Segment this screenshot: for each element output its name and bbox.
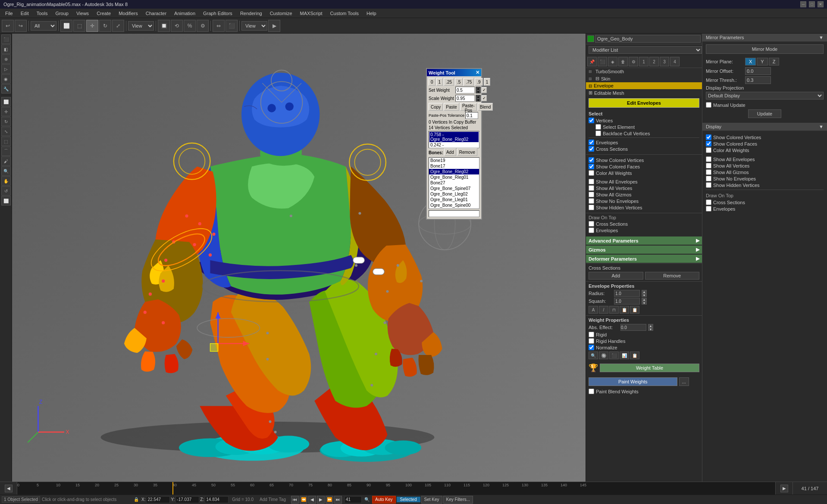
select-tool[interactable]: ⬜	[1, 97, 11, 106]
modifier-set-btn-3[interactable]: 3	[660, 57, 669, 66]
menu-graph-editors[interactable]: Graph Editors	[200, 10, 236, 17]
bone-Spine01[interactable]: Ogre_Bone_Spine01	[429, 208, 479, 209]
rotate-button[interactable]: ↻	[99, 20, 111, 32]
pan-tool[interactable]: ✋	[1, 176, 11, 186]
render-button[interactable]: ▶	[268, 20, 280, 32]
bones-list[interactable]: Bone19 Bone17 Ogre_Bone_Rleg02 Ogre_Bone…	[429, 157, 479, 209]
z-coord-input[interactable]	[205, 496, 229, 503]
deformer-params-header[interactable]: Deformer Parameters ▶	[586, 255, 702, 263]
rigid-handles-checkbox[interactable]	[589, 338, 594, 344]
pin-stack-btn[interactable]: 📌	[587, 57, 597, 66]
radius-up[interactable]: ▲	[642, 290, 647, 293]
set-weight-down[interactable]: ▼	[476, 90, 481, 93]
set-weight-apply[interactable]: ✓	[482, 87, 487, 93]
modifier-editable-mesh[interactable]: ⊞ Editable Mesh	[586, 89, 702, 96]
modifier-set-btn-4[interactable]: 4	[670, 57, 680, 66]
mirror-plane-z[interactable]: Z	[769, 58, 780, 65]
bone-Rleg02[interactable]: Ogre_Bone_Rleg02	[429, 169, 479, 174]
copy-button[interactable]: Copy	[429, 103, 443, 111]
x-coord-input[interactable]	[146, 496, 170, 503]
far-show-all-envelopes-cb[interactable]	[706, 156, 711, 162]
color-all-weights-cb[interactable]	[589, 170, 594, 176]
bone-search-input[interactable]	[429, 210, 479, 217]
angle-snap[interactable]: ⟲	[171, 20, 183, 32]
far-show-all-gizmos-cb[interactable]	[706, 169, 711, 175]
squash-down[interactable]: ▼	[642, 301, 647, 305]
dot-cross-sections-cb[interactable]	[589, 221, 594, 227]
selected-key-button[interactable]: Selected	[397, 497, 420, 502]
object-name-input[interactable]	[595, 35, 701, 43]
select-button[interactable]: ⬜	[60, 20, 72, 32]
weight-icon-4[interactable]: 📊	[620, 352, 629, 359]
view-dropdown[interactable]: View	[128, 21, 154, 31]
timeline-track[interactable]: 0 5 10 15 20 25 30 35 40 45 50 55 60 65 …	[17, 482, 775, 495]
viewport[interactable]: Perspective/Disabled	[12, 34, 586, 482]
cross-sections-add-btn[interactable]: Add	[589, 272, 643, 280]
show-all-vertices-cb[interactable]	[589, 185, 594, 191]
show-end-result-btn[interactable]: ⬛	[598, 57, 607, 66]
menu-customize[interactable]: Customize	[266, 10, 296, 17]
snap-toggle[interactable]: 🔲	[158, 20, 170, 32]
weight-1-btn[interactable]: 1	[436, 78, 443, 86]
far-show-all-vertices-cb[interactable]	[706, 163, 711, 168]
menu-tools[interactable]: Tools	[33, 10, 51, 17]
menu-modifiers[interactable]: Modifiers	[115, 10, 141, 17]
display-projection-select[interactable]: Default Display	[706, 92, 824, 100]
rotate-tool[interactable]: ↻	[1, 117, 11, 126]
bone-weights-list[interactable]: 0.758 - Ogre_Bone_Rleg02 0.242 - Ogre_Bo…	[429, 131, 479, 148]
menu-create[interactable]: Create	[93, 10, 114, 17]
weight-icon-5[interactable]: 📋	[630, 352, 639, 359]
weight-icon-3[interactable]: ⬛	[609, 352, 619, 359]
rigid-checkbox[interactable]	[589, 332, 594, 337]
zoom-timeline-icon[interactable]: 🔍	[364, 497, 370, 502]
env-mode-c[interactable]: ⊓	[609, 306, 619, 314]
frame-input[interactable]	[345, 496, 362, 503]
scale-tool[interactable]: ⤡	[1, 127, 11, 136]
scale-weight-down[interactable]: ▼	[476, 98, 481, 102]
bone-Rleg01[interactable]: Ogre_Bone_Rleg01	[429, 174, 479, 180]
bone-Bone19[interactable]: Bone19	[429, 158, 479, 163]
squash-input[interactable]	[614, 298, 640, 305]
paste-pos-button[interactable]: Paste-Pos	[460, 103, 477, 111]
editable-mesh-expand[interactable]: ⊞	[589, 90, 592, 96]
menu-maxscript[interactable]: MAXScript	[297, 10, 326, 17]
modifier-envelope[interactable]: ⊟ Envelope	[586, 82, 702, 89]
configure-modifier-sets-btn[interactable]: ⚙	[629, 57, 638, 66]
set-weight-up[interactable]: ▲	[476, 87, 481, 90]
move-button[interactable]: ✛	[86, 20, 98, 32]
bones-add-btn[interactable]: Add	[444, 148, 456, 156]
mirror-plane-x[interactable]: X	[745, 58, 756, 65]
weight-75-btn[interactable]: .75	[464, 78, 474, 86]
abs-down[interactable]: ▼	[648, 327, 653, 331]
weight-table-button[interactable]: Weight Table	[600, 364, 699, 372]
utility-tab[interactable]: 🔧	[1, 84, 11, 93]
scale-weight-apply[interactable]: ✓	[482, 95, 487, 101]
edit-envelopes-button[interactable]: Edit Envelopes	[589, 98, 699, 108]
modify-tab[interactable]: ◧	[1, 44, 11, 54]
advanced-params-header[interactable]: Advanced Parameters ▶	[586, 236, 702, 245]
remove-modifier-btn[interactable]: 🗑	[618, 57, 628, 66]
weight-25-btn[interactable]: .25	[444, 78, 454, 86]
radius-down[interactable]: ▼	[642, 293, 647, 297]
weight-table-icon[interactable]: 🏆	[589, 363, 598, 373]
far-dot-env-cb[interactable]	[706, 206, 711, 212]
menu-file[interactable]: File	[2, 10, 16, 17]
add-time-tag[interactable]: Add Time Tag	[260, 497, 286, 502]
object-color-swatch[interactable]	[587, 35, 594, 42]
select-region-button[interactable]: ⬚	[73, 20, 85, 32]
skin-visibility[interactable]: ⊞	[589, 77, 594, 81]
align-button[interactable]: ⬛	[226, 20, 238, 32]
far-display-header[interactable]: Display ▼	[702, 123, 827, 131]
paste-button[interactable]: Paste	[444, 103, 459, 111]
set-weight-input[interactable]	[455, 87, 475, 93]
modifier-set-btn-1[interactable]: 1	[639, 57, 648, 66]
menu-animation[interactable]: Animation	[171, 10, 199, 17]
timeline-scroll-left[interactable]: ◀	[5, 485, 13, 492]
vertices-checkbox[interactable]	[589, 118, 594, 123]
selection-filter-dropdown[interactable]: All	[31, 21, 56, 31]
bone-Bone27[interactable]: Bone27	[429, 180, 479, 186]
weight-0-btn[interactable]: 0	[429, 78, 435, 86]
auto-key-button[interactable]: Auto Key	[372, 496, 396, 504]
show-colored-vertices-cb[interactable]	[589, 157, 594, 163]
create-tab[interactable]: ⬛	[1, 34, 11, 44]
